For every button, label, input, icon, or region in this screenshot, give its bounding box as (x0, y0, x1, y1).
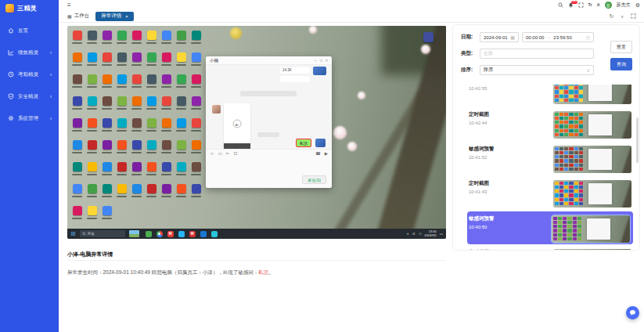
desktop-app-icon (114, 182, 129, 204)
timeline-item-title: 敏感词预警 (469, 215, 495, 222)
timeline-item[interactable]: 定时截图10:41:43 (467, 177, 635, 211)
emoji-icon: ☺ (210, 151, 214, 156)
fullscreen-icon[interactable] (578, 2, 584, 9)
wallpaper-blossom (421, 45, 430, 54)
taskbar: ⊞ 搜索 WW ∧ ≋ ◁ 13:40 2024/9/1 ▭ (67, 229, 446, 239)
send-button: 发送(S) (302, 175, 326, 184)
timeline-thumbnail[interactable] (553, 111, 631, 139)
thumbnail-branch (618, 180, 631, 208)
thumbnail-icon-grid (555, 113, 583, 136)
timeline-item[interactable]: 定时截图10:42:55 (467, 85, 635, 108)
desktop-app-icon (70, 161, 85, 182)
tab-exception-detail[interactable]: 异常详情 × (95, 12, 134, 21)
sidebar-item-home[interactable]: 首页 (0, 20, 59, 42)
query-button[interactable]: 查询 (610, 58, 632, 70)
chat-system-message (257, 132, 279, 137)
desktop-app-icon (144, 161, 159, 182)
reset-button[interactable]: 重置 (610, 41, 632, 53)
user-name: 苏先生 (617, 2, 631, 9)
scrollbar-thumb[interactable] (636, 117, 639, 163)
desktop-app-icon (85, 29, 99, 51)
chevron-down-icon: ∨ (49, 116, 52, 121)
font-size-icon[interactable]: A (597, 3, 600, 8)
thumbnail-branch (618, 111, 631, 139)
timeline-item[interactable]: 定时截图10:42:44 (467, 108, 635, 143)
taskbar-app-icon (200, 231, 207, 237)
chat-window: 小楠 ─ □ × 14.3K ▶ (206, 56, 332, 188)
chat-system-message (240, 91, 297, 96)
type-input[interactable]: 全部 (480, 49, 594, 59)
timeline-item[interactable]: 敏感词预警10:41:52 (467, 143, 635, 177)
shield-icon (8, 93, 14, 99)
clock-icon: ◷ (586, 34, 590, 40)
notification-bell-icon[interactable]: 99+ (568, 2, 574, 9)
timeline-item-title: 敏感词预警 (469, 146, 495, 153)
desktop-app-icon (159, 182, 174, 204)
close-icon[interactable]: × (125, 14, 128, 19)
history-icon: ☷ (233, 151, 237, 156)
desktop-app-icon (174, 139, 189, 161)
timeline-thumbnail[interactable] (553, 85, 631, 104)
floating-assistant-button[interactable] (626, 306, 639, 319)
desktop-app-icon (99, 117, 114, 139)
timeline-thumbnail[interactable] (553, 146, 631, 173)
desktop-app-icon (423, 32, 434, 42)
refresh-icon[interactable]: ↻ (609, 13, 613, 20)
phone-icon: ☎ (315, 151, 321, 156)
desktop-app-icon (144, 117, 159, 139)
translate-icon[interactable]: Tr (588, 3, 592, 8)
sidebar-item-label: 首页 (18, 27, 52, 34)
timeline-thumbnail[interactable] (553, 180, 631, 208)
timeline-item-time: 10:42:44 (469, 121, 489, 125)
tab-workbench[interactable]: ▦ 工作台 (67, 13, 89, 20)
desktop-app-icon (129, 182, 144, 204)
windows-start-icon: ⊞ (70, 231, 76, 237)
avatar[interactable]: 苏 (605, 2, 612, 9)
sensitive-keyword: 私活 (258, 269, 268, 275)
sidebar-item-system[interactable]: 系统管理 ∨ (0, 107, 59, 129)
timeline-thumbnail[interactable] (552, 215, 630, 243)
taskbar-search: 搜索 (80, 230, 125, 237)
date-picker[interactable]: 2024-09-01 ▦ (480, 32, 519, 42)
chevron-down-icon[interactable]: ∨ (621, 14, 624, 19)
timeline-item[interactable]: 定时截图10:40:41 (467, 246, 635, 251)
minimize-icon: ─ (315, 58, 318, 63)
timeline-item-time: 10:42:55 (469, 86, 489, 91)
sidebar-item-security[interactable]: 安全精灵 ∨ (0, 85, 59, 107)
type-label: 类型: (461, 50, 477, 57)
thumbnail-icon-grid (553, 217, 581, 240)
time-range-picker[interactable]: 00:00:00 → 23:59:50 ◷ (522, 32, 594, 42)
desktop-app-icon (99, 161, 114, 182)
expand-icon[interactable] (631, 13, 636, 20)
desktop-app-icon (129, 51, 144, 73)
desktop-app-icon (70, 117, 85, 139)
wallpaper-blossom (358, 92, 365, 99)
desktop-app-icon (85, 204, 99, 226)
desktop-app-icon (70, 73, 85, 95)
desktop-app-icon (174, 161, 189, 182)
taskbar-app-icon (211, 231, 218, 237)
sidebar-item-performance[interactable]: 绩效精灵 ∨ (0, 42, 59, 63)
chat-message-text: 14.3K (282, 68, 292, 72)
desktop-app-icon (114, 117, 129, 139)
desktop-app-icon (174, 29, 189, 51)
timeline-item[interactable]: 敏感词预警10:40:50 (467, 211, 633, 244)
search-icon[interactable] (558, 2, 563, 9)
sort-label: 排序: (461, 67, 477, 74)
date-value: 2024-09-01 (484, 35, 508, 40)
desktop-app-icon (159, 95, 174, 117)
desktop-app-icon (70, 182, 85, 204)
collapse-menu-icon[interactable]: ≡ (67, 2, 71, 9)
timeline-thumbnail[interactable] (553, 249, 631, 251)
desktop-app-icon (144, 73, 159, 95)
timeline-item-text: 定时截图10:42:44 (469, 111, 489, 125)
sidebar-item-attendance[interactable]: 考勤精灵 ∨ (0, 63, 59, 85)
desktop-app-icon (99, 29, 114, 51)
desktop-app-icon (85, 117, 99, 139)
filter-form: 日期: 2024-09-01 ▦ 00:00:00 → 23:59:50 ◷ 类… (453, 25, 639, 83)
sort-select[interactable]: 降序 ∨ (480, 65, 594, 75)
chart-icon (8, 49, 14, 56)
desktop-app-icon (99, 204, 114, 226)
detail-text: 2024-09-01 10:40:49 联想电脑（归属员工：小泽），出现了敏感词… (103, 269, 259, 275)
settings-gear-icon[interactable]: ⚙ (635, 2, 640, 8)
